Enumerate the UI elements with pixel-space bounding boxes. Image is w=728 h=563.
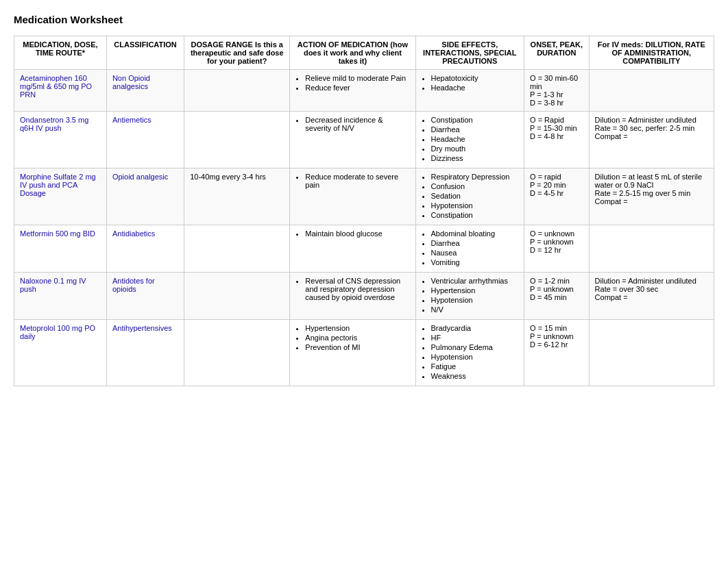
cell-iv-info: Dilution = Administer undiluted Rate = 3… [589, 112, 714, 168]
medication-table: MEDICATION, DOSE, TIME ROUTE* CLASSIFICA… [14, 36, 714, 386]
cell-side-effects: ConstipationDiarrheaHeadacheDry mouthDiz… [415, 112, 524, 168]
table-row: Metformin 500 mg BIDAntidiabeticsMaintai… [14, 225, 714, 273]
cell-onset: O = 30 min-60 min P = 1-3 hr D = 3-8 hr [524, 70, 590, 112]
cell-side-effects: Ventricular arrhythmiasHypertensionHypot… [415, 273, 524, 320]
header-classification: CLASSIFICATION [106, 36, 184, 70]
table-row: Naloxone 0.1 mg IV pushAntidotes for opi… [14, 273, 714, 320]
cell-onset: O = rapid P = 20 min D = 4-5 hr [524, 168, 590, 225]
cell-onset: O = 15 min P = unknown D = 6-12 hr [524, 320, 590, 386]
cell-iv-info: Dilution = Administer undiluted Rate = o… [589, 273, 714, 320]
cell-medication: Morphine Sulfate 2 mg IV push and PCA Do… [14, 168, 107, 225]
cell-action: Reversal of CNS depression and respirato… [290, 273, 415, 320]
cell-medication: Acetaminophen 160 mg/5ml & 650 mg PO PRN [14, 70, 107, 112]
cell-side-effects: BradycardiaHFPulmonary EdemaHypotensionF… [415, 320, 524, 386]
table-row: Acetaminophen 160 mg/5ml & 650 mg PO PRN… [14, 70, 714, 112]
cell-classification: Antiemetics [106, 112, 184, 168]
cell-classification: Antihypertensives [106, 320, 184, 386]
cell-classification: Antidotes for opioids [106, 273, 184, 320]
header-medication: MEDICATION, DOSE, TIME ROUTE* [14, 36, 107, 70]
cell-medication: Naloxone 0.1 mg IV push [14, 273, 107, 320]
header-side-effects: SIDE EFFECTS, INTERACTIONS, SPECIAL PREC… [415, 36, 524, 70]
cell-side-effects: Abdominal bloatingDiarrheaNauseaVomiting [415, 225, 524, 273]
cell-action: Maintain blood glucose [290, 225, 415, 273]
cell-iv-info [589, 320, 714, 386]
cell-side-effects: Respiratory DepressionConfusionSedationH… [415, 168, 524, 225]
cell-dosage [184, 225, 290, 273]
cell-classification: Antidiabetics [106, 225, 184, 273]
table-row: Morphine Sulfate 2 mg IV push and PCA Do… [14, 168, 714, 225]
cell-dosage [184, 273, 290, 320]
table-row: Metoprolol 100 mg PO dailyAntihypertensi… [14, 320, 714, 386]
cell-iv-info [589, 70, 714, 112]
cell-medication: Ondansetron 3.5 mg q6H IV push [14, 112, 107, 168]
table-header-row: MEDICATION, DOSE, TIME ROUTE* CLASSIFICA… [14, 36, 714, 70]
cell-dosage: 10-40mg every 3-4 hrs [184, 168, 290, 225]
cell-classification: Non Opioid analgesics [106, 70, 184, 112]
cell-classification: Opioid analgesic [106, 168, 184, 225]
cell-iv-info: Dilution = at least 5 mL of sterile wate… [589, 168, 714, 225]
header-onset: ONSET, PEAK, DURATION [524, 36, 590, 70]
cell-action: Reduce moderate to severe pain [290, 168, 415, 225]
cell-action: Decreased incidence & severity of N/V [290, 112, 415, 168]
page-title: Medication Worksheet [14, 14, 714, 25]
header-dosage: DOSAGE RANGE Is this a therapeutic and s… [184, 36, 290, 70]
cell-medication: Metoprolol 100 mg PO daily [14, 320, 107, 386]
header-action: ACTION OF MEDICATION (how does it work a… [290, 36, 415, 70]
table-row: Ondansetron 3.5 mg q6H IV pushAntiemetic… [14, 112, 714, 168]
cell-medication: Metformin 500 mg BID [14, 225, 107, 273]
cell-action: HypertensionAngina pectorisPrevention of… [290, 320, 415, 386]
cell-dosage [184, 112, 290, 168]
cell-side-effects: HepatotoxicityHeadache [415, 70, 524, 112]
cell-onset: O = unknown P = unknown D = 12 hr [524, 225, 590, 273]
header-iv: For IV meds: DILUTION, RATE OF ADMINISTR… [589, 36, 714, 70]
cell-iv-info [589, 225, 714, 273]
cell-onset: O = 1-2 min P = unknown D = 45 min [524, 273, 590, 320]
cell-dosage [184, 320, 290, 386]
cell-onset: O = Rapid P = 15-30 min D = 4-8 hr [524, 112, 590, 168]
cell-action: Relieve mild to moderate PainReduce feve… [290, 70, 415, 112]
cell-dosage [184, 70, 290, 112]
